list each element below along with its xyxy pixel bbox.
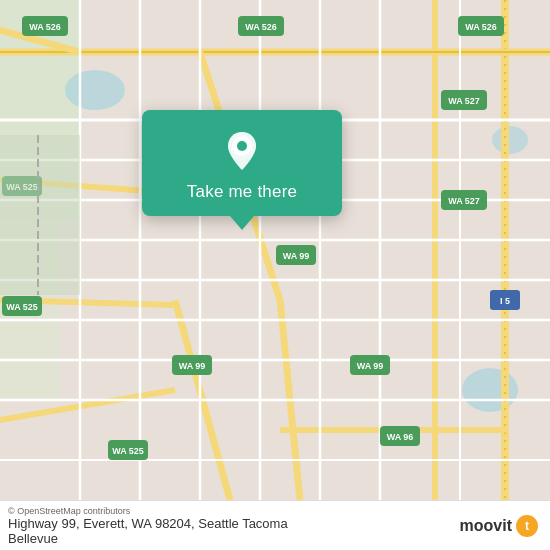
svg-point-5 xyxy=(492,126,528,154)
svg-text:WA 525: WA 525 xyxy=(6,302,38,312)
footer-bar: © OpenStreetMap contributors Highway 99,… xyxy=(0,500,550,550)
svg-text:WA 99: WA 99 xyxy=(179,361,206,371)
map-svg: WA 526 WA 526 WA 526 WA 527 WA 527 WA 99… xyxy=(0,0,550,500)
svg-text:WA 526: WA 526 xyxy=(465,22,497,32)
copyright-text: © OpenStreetMap contributors xyxy=(8,506,288,516)
map-container: WA 526 WA 526 WA 526 WA 527 WA 527 WA 99… xyxy=(0,0,550,500)
svg-text:WA 99: WA 99 xyxy=(357,361,384,371)
svg-text:WA 527: WA 527 xyxy=(448,96,480,106)
popup-card[interactable]: Take me there xyxy=(142,110,342,216)
svg-point-66 xyxy=(237,141,247,151)
footer-left: © OpenStreetMap contributors Highway 99,… xyxy=(8,506,288,546)
svg-rect-62 xyxy=(0,135,80,295)
svg-text:WA 96: WA 96 xyxy=(387,432,414,442)
svg-text:WA 527: WA 527 xyxy=(448,196,480,206)
moovit-text: moovit xyxy=(460,517,512,535)
moovit-dot: t xyxy=(516,515,538,537)
svg-text:WA 526: WA 526 xyxy=(29,22,61,32)
svg-text:WA 526: WA 526 xyxy=(245,22,277,32)
address-text: Highway 99, Everett, WA 98204, Seattle T… xyxy=(8,516,288,546)
svg-text:WA 525: WA 525 xyxy=(112,446,144,456)
svg-point-4 xyxy=(462,368,518,412)
moovit-logo-icon: moovit t xyxy=(460,515,538,537)
take-me-there-button[interactable]: Take me there xyxy=(187,182,297,202)
svg-text:WA 99: WA 99 xyxy=(283,251,310,261)
location-pin-icon xyxy=(220,128,264,172)
svg-point-3 xyxy=(65,70,125,110)
svg-text:I 5: I 5 xyxy=(500,296,510,306)
